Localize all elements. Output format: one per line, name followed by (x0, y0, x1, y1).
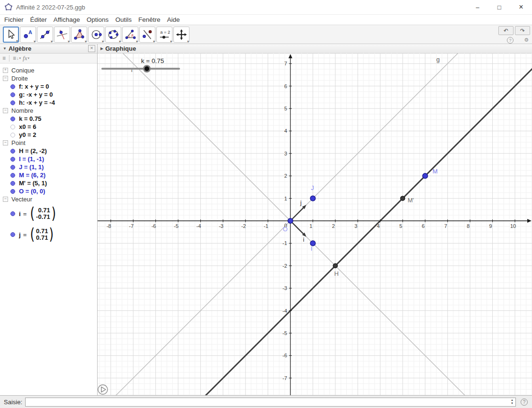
graphics-svg[interactable]: fg-8-7-6-5-4-3-2-112345678910-7-6-5-4-3-… (98, 53, 532, 395)
tool-polygon-button[interactable]: ▾ (71, 27, 87, 43)
vector-j[interactable] (290, 205, 307, 221)
tool-dropdown-icon[interactable]: ▾ (51, 40, 53, 44)
visibility-marble[interactable] (10, 84, 15, 89)
tool-angle-button[interactable]: a▾ (122, 27, 138, 43)
graphics-view[interactable]: fg-8-7-6-5-4-3-2-112345678910-7-6-5-4-3-… (98, 53, 532, 395)
algebra-item-vector-i[interactable]: i=(0.71-0.71) (0, 203, 97, 224)
menu-item-aide[interactable]: Aide (163, 16, 183, 23)
visibility-marble[interactable] (10, 189, 15, 194)
item-label: f: x + y = 0 (19, 83, 49, 90)
visibility-marble[interactable] (10, 181, 15, 186)
algebra-item[interactable]: O = (0, 0) (0, 187, 97, 195)
tool-circle-center-point-button[interactable]: ▾ (88, 27, 104, 43)
algebra-item-vector-j[interactable]: j=(0.710.71) (0, 224, 97, 245)
settings-gear-icon[interactable]: ⚙ (524, 37, 529, 44)
slider-handle[interactable] (144, 66, 150, 72)
visibility-marble[interactable] (10, 125, 15, 129)
tool-dropdown-icon[interactable]: ▾ (68, 40, 70, 44)
menu-item-editer[interactable]: Éditer (27, 16, 50, 23)
tool-move-graphics-view-button[interactable]: ▾ (173, 27, 189, 43)
algebra-section-conique[interactable]: +Conique (0, 66, 97, 74)
algebra-item[interactable]: M' = (5, 1) (0, 179, 97, 187)
tool-dropdown-icon[interactable]: ▾ (136, 40, 138, 44)
redo-button[interactable]: ↷ (515, 26, 530, 35)
tool-dropdown-icon[interactable]: ▾ (85, 40, 87, 44)
algebra-section-point[interactable]: −Point (0, 139, 97, 147)
panel-expand-icon[interactable]: ▶ (100, 46, 103, 51)
algebra-item[interactable]: y0 = 2 (0, 131, 97, 139)
algebra-section-nombre[interactable]: −Nombre (0, 107, 97, 115)
algebra-item[interactable]: x0 = 6 (0, 123, 97, 131)
tool-dropdown-icon[interactable]: ▾ (153, 40, 155, 44)
menu-item-fichier[interactable]: Fichier (1, 16, 27, 23)
visibility-marble[interactable] (10, 211, 15, 216)
spin-down-icon[interactable]: ▼ (511, 402, 514, 405)
spin-up-icon[interactable]: ▲ (511, 399, 514, 402)
play-animation-button[interactable] (98, 385, 108, 394)
algebra-item[interactable]: g: -x + y = 0 (0, 91, 97, 99)
collapse-icon[interactable]: − (3, 76, 8, 81)
slider-k[interactable]: k = 0.75 (102, 57, 179, 72)
tool-dropdown-icon[interactable]: ▾ (102, 40, 104, 44)
point-H[interactable] (333, 263, 337, 268)
point-M[interactable] (423, 173, 428, 179)
line-label-f: f (131, 66, 133, 73)
input-help-icon[interactable]: ? (521, 399, 528, 406)
visibility-marble[interactable] (10, 149, 15, 154)
help-icon[interactable]: ? (507, 37, 514, 44)
algebra-item[interactable]: J = (1, 1) (0, 163, 97, 171)
auxiliary-objects-icon[interactable]: ≡ (2, 55, 6, 62)
algebra-item[interactable]: H = (2, -2) (0, 147, 97, 155)
maximize-button[interactable]: □ (488, 0, 510, 14)
minimize-button[interactable]: – (467, 0, 488, 14)
expand-icon[interactable]: + (3, 68, 8, 73)
show-input-help-icon[interactable]: fx ▾ (23, 54, 29, 62)
panel-collapse-icon[interactable]: ▼ (3, 46, 7, 51)
visibility-marble[interactable] (10, 133, 15, 137)
menu-item-affichage[interactable]: Affichage (50, 16, 83, 23)
input-history-spinner[interactable]: ▲ ▼ (511, 399, 514, 405)
algebra-item[interactable]: M = (6, 2) (0, 171, 97, 179)
sort-mode-icon[interactable]: ≡↓ ▾ (13, 55, 21, 62)
collapse-icon[interactable]: − (3, 197, 8, 202)
visibility-marble[interactable] (10, 117, 15, 121)
point-M'[interactable] (400, 196, 405, 200)
tool-dropdown-icon[interactable]: ▾ (170, 40, 172, 44)
visibility-marble[interactable] (10, 92, 15, 97)
tool-perpendicular-line-button[interactable]: ▾ (54, 27, 70, 43)
tool-dropdown-icon[interactable]: ▾ (34, 40, 36, 44)
menu-item-options[interactable]: Options (83, 16, 112, 23)
algebra-item[interactable]: k = 0.75 (0, 115, 97, 123)
algebra-item[interactable]: I = (1, -1) (0, 155, 97, 163)
algebra-item[interactable]: f: x + y = 0 (0, 82, 97, 91)
visibility-marble[interactable] (10, 100, 15, 105)
undo-button[interactable]: ↶ (498, 26, 514, 35)
visibility-marble[interactable] (10, 165, 15, 170)
close-button[interactable]: × (510, 0, 532, 14)
visibility-marble[interactable] (10, 232, 15, 237)
menu-item-outils[interactable]: Outils (112, 16, 135, 23)
algebra-close-icon[interactable]: × (88, 45, 95, 52)
tool-dropdown-icon[interactable]: ▾ (16, 39, 18, 43)
tool-line-button[interactable]: ▾ (37, 27, 53, 43)
tool-dropdown-icon[interactable]: ▾ (119, 40, 121, 44)
command-input[interactable] (25, 398, 516, 407)
algebra-section-vecteur[interactable]: −Vecteur (0, 195, 97, 203)
tool-slider-button[interactable]: a = 2▾ (156, 27, 172, 43)
algebra-item[interactable]: h: -x + y = -4 (0, 99, 97, 107)
tool-dropdown-icon[interactable]: ▾ (187, 40, 189, 44)
visibility-marble[interactable] (10, 173, 15, 178)
point-label-J: J (311, 184, 314, 191)
visibility-marble[interactable] (10, 157, 15, 162)
collapse-icon[interactable]: − (3, 108, 8, 113)
menu-item-fenetre[interactable]: Fenêtre (135, 16, 164, 23)
algebra-section-droite[interactable]: −Droite (0, 74, 97, 82)
tool-conic-five-points-button[interactable]: ▾ (105, 27, 121, 43)
point-O[interactable] (288, 218, 293, 224)
collapse-icon[interactable]: − (3, 140, 8, 145)
tool-reflect-about-line-button[interactable]: ▾ (139, 27, 155, 43)
tool-move-button[interactable]: ▾ (3, 27, 19, 43)
point-J[interactable] (310, 196, 316, 201)
tool-point-button[interactable]: A▾ (20, 27, 36, 43)
vector-i[interactable] (290, 221, 307, 237)
